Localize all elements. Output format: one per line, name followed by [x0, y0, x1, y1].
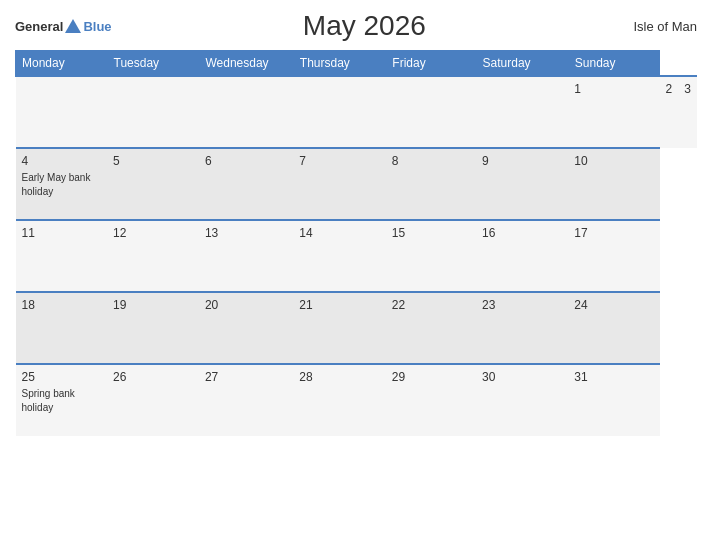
table-row: 31: [568, 364, 659, 436]
day-number: 3: [684, 82, 691, 96]
empty-cell: [199, 76, 293, 148]
table-row: 2: [660, 76, 679, 148]
day-number: 9: [482, 154, 562, 168]
table-row: [386, 76, 476, 148]
empty-cell: [107, 76, 199, 148]
logo-triangle-icon: [65, 19, 81, 33]
day-number: 15: [392, 226, 470, 240]
day-number: 28: [299, 370, 380, 384]
table-row: 14: [293, 220, 386, 292]
calendar-week-row: 11121314151617: [16, 220, 698, 292]
logo-blue-text: Blue: [83, 19, 111, 34]
header-monday: Monday: [16, 51, 108, 77]
table-row: 1: [568, 76, 659, 148]
calendar-week-row: 4Early May bank holiday5678910: [16, 148, 698, 220]
calendar-week-row: 123: [16, 76, 698, 148]
day-number: 24: [574, 298, 653, 312]
table-row: 15: [386, 220, 476, 292]
header-sunday: Sunday: [568, 51, 659, 77]
event-label: Early May bank holiday: [22, 172, 91, 197]
table-row: 17: [568, 220, 659, 292]
day-number: 13: [205, 226, 287, 240]
calendar-week-row: 18192021222324: [16, 292, 698, 364]
table-row: 13: [199, 220, 293, 292]
day-number: 20: [205, 298, 287, 312]
table-row: 12: [107, 220, 199, 292]
calendar-week-row: 25Spring bank holiday262728293031: [16, 364, 698, 436]
page-header: General Blue May 2026 Isle of Man: [15, 10, 697, 42]
region-label: Isle of Man: [617, 19, 697, 34]
day-number: 5: [113, 154, 193, 168]
logo-general-text: General: [15, 19, 63, 34]
table-row: 4Early May bank holiday: [16, 148, 108, 220]
day-number: 22: [392, 298, 470, 312]
day-number: 1: [574, 82, 653, 96]
table-row: 10: [568, 148, 659, 220]
day-number: 11: [22, 226, 102, 240]
table-row: 29: [386, 364, 476, 436]
calendar-title: May 2026: [112, 10, 617, 42]
table-row: 7: [293, 148, 386, 220]
day-number: 19: [113, 298, 193, 312]
day-number: 21: [299, 298, 380, 312]
table-row: 19: [107, 292, 199, 364]
table-row: 28: [293, 364, 386, 436]
day-number: 10: [574, 154, 653, 168]
day-number: 18: [22, 298, 102, 312]
day-number: 17: [574, 226, 653, 240]
table-row: [293, 76, 386, 148]
table-row: 25Spring bank holiday: [16, 364, 108, 436]
calendar-table: Monday Tuesday Wednesday Thursday Friday…: [15, 50, 697, 436]
table-row: 8: [386, 148, 476, 220]
table-row: 30: [476, 364, 568, 436]
table-row: 3: [678, 76, 697, 148]
day-number: 4: [22, 154, 102, 168]
table-row: 6: [199, 148, 293, 220]
day-number: 26: [113, 370, 193, 384]
header-friday: Friday: [386, 51, 476, 77]
table-row: 23: [476, 292, 568, 364]
day-number: 27: [205, 370, 287, 384]
weekday-header-row: Monday Tuesday Wednesday Thursday Friday…: [16, 51, 698, 77]
empty-cell: [16, 76, 108, 148]
logo: General Blue: [15, 19, 112, 34]
day-number: 6: [205, 154, 287, 168]
table-row: 21: [293, 292, 386, 364]
table-row: 9: [476, 148, 568, 220]
day-number: 12: [113, 226, 193, 240]
day-number: 14: [299, 226, 380, 240]
header-saturday: Saturday: [476, 51, 568, 77]
day-number: 16: [482, 226, 562, 240]
day-number: 2: [666, 82, 673, 96]
day-number: 29: [392, 370, 470, 384]
day-number: 30: [482, 370, 562, 384]
day-number: 8: [392, 154, 470, 168]
table-row: 27: [199, 364, 293, 436]
day-number: 23: [482, 298, 562, 312]
header-wednesday: Wednesday: [199, 51, 293, 77]
header-thursday: Thursday: [293, 51, 386, 77]
table-row: 24: [568, 292, 659, 364]
event-label: Spring bank holiday: [22, 388, 75, 413]
day-number: 25: [22, 370, 102, 384]
header-tuesday: Tuesday: [107, 51, 199, 77]
table-row: 22: [386, 292, 476, 364]
day-number: 31: [574, 370, 653, 384]
table-row: 20: [199, 292, 293, 364]
table-row: 18: [16, 292, 108, 364]
table-row: [476, 76, 568, 148]
table-row: 16: [476, 220, 568, 292]
table-row: 5: [107, 148, 199, 220]
day-number: 7: [299, 154, 380, 168]
table-row: 26: [107, 364, 199, 436]
calendar-page: General Blue May 2026 Isle of Man Monday…: [0, 0, 712, 550]
table-row: 11: [16, 220, 108, 292]
